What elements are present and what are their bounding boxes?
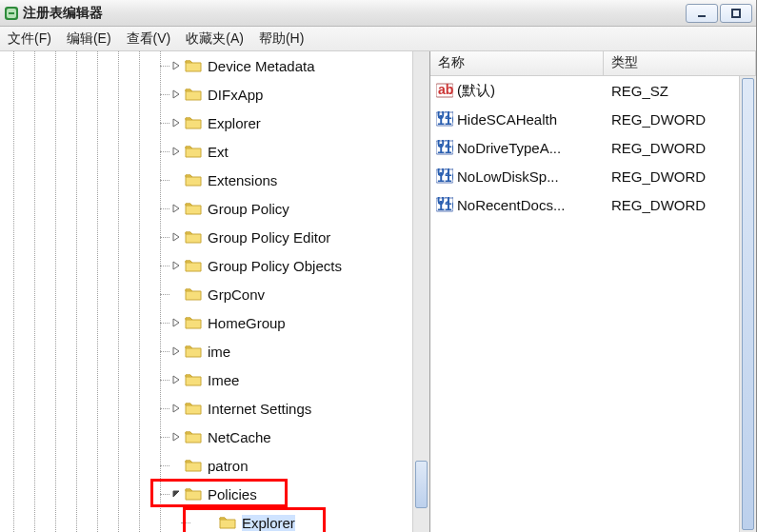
- folder-icon: [185, 229, 202, 245]
- tree-item[interactable]: NetCache: [0, 423, 412, 451]
- list-row[interactable]: 011110NoRecentDocs...REG_DWORD: [430, 190, 756, 219]
- value-name: NoLowDiskSp...: [457, 168, 559, 185]
- tree-item[interactable]: Group Policy Objects: [0, 251, 412, 280]
- tree-item[interactable]: Group Policy: [0, 194, 412, 223]
- folder-icon: [185, 87, 202, 102]
- expander-closed-icon[interactable]: [169, 202, 183, 215]
- list-rows: ab(默认)REG_SZ011110HideSCAHealthREG_DWORD…: [430, 76, 756, 219]
- menu-file[interactable]: 文件(F): [8, 30, 51, 48]
- regedit-icon: [4, 6, 19, 21]
- expander-none: [169, 287, 183, 301]
- value-type: REG_SZ: [604, 83, 756, 99]
- title-bar: 注册表编辑器: [0, 0, 756, 27]
- tree-item[interactable]: Ext: [0, 137, 412, 166]
- tree-pane: Device MetadataDIFxAppExplorerExtExtensi…: [0, 51, 430, 532]
- expander-closed-icon[interactable]: [169, 116, 183, 129]
- folder-icon: [185, 458, 202, 473]
- column-header-name[interactable]: 名称: [430, 51, 604, 75]
- expander-closed-icon[interactable]: [169, 373, 183, 386]
- tree-item-label: Ext: [208, 144, 229, 160]
- svg-text:110: 110: [437, 141, 453, 155]
- tree-item-label: Explorer: [208, 115, 261, 131]
- svg-text:110: 110: [437, 198, 453, 212]
- tree-item-label: Policies: [208, 486, 257, 502]
- folder-icon: [185, 172, 202, 187]
- window-title: 注册表编辑器: [23, 5, 103, 22]
- expander-none: [169, 459, 183, 472]
- reg-dword-icon: 011110: [436, 168, 453, 184]
- expander-closed-icon[interactable]: [169, 402, 183, 415]
- folder-icon: [219, 515, 236, 530]
- tree-item[interactable]: GrpConv: [0, 280, 412, 308]
- menu-edit[interactable]: 编辑(E): [67, 30, 111, 48]
- tree-scrollbar[interactable]: [412, 51, 429, 532]
- menu-view[interactable]: 查看(V): [127, 30, 171, 48]
- svg-rect-4: [732, 10, 740, 17]
- list-row[interactable]: 011110NoDriveTypeA...REG_DWORD: [430, 133, 756, 162]
- list-row[interactable]: 011110HideSCAHealthREG_DWORD: [430, 105, 756, 133]
- expander-closed-icon[interactable]: [169, 88, 183, 101]
- scrollbar-thumb[interactable]: [415, 461, 428, 508]
- svg-text:110: 110: [437, 169, 453, 184]
- expander-closed-icon[interactable]: [169, 59, 183, 72]
- tree-item-label: Extensions: [208, 172, 277, 188]
- expander-closed-icon[interactable]: [169, 345, 183, 358]
- tree-item[interactable]: Internet Settings: [0, 394, 412, 423]
- tree-item[interactable]: Policies: [0, 480, 412, 508]
- tree-item[interactable]: DIFxApp: [0, 80, 412, 108]
- scrollbar-thumb[interactable]: [742, 78, 754, 530]
- tree-item-label: Explorer: [242, 515, 295, 531]
- folder-icon: [185, 144, 202, 159]
- tree-item[interactable]: ime: [0, 337, 412, 365]
- list-header: 名称 类型: [430, 51, 756, 76]
- tree-item-label: GrpConv: [208, 286, 265, 303]
- expander-closed-icon[interactable]: [169, 259, 183, 272]
- tree-item[interactable]: Imee: [0, 365, 412, 394]
- tree-item[interactable]: patron: [0, 451, 412, 480]
- tree-item-label: HomeGroup: [208, 315, 286, 331]
- folder-icon: [185, 115, 202, 130]
- tree-item[interactable]: Extensions: [0, 166, 412, 194]
- expander-closed-icon[interactable]: [169, 145, 183, 158]
- expander-none: [169, 173, 183, 187]
- expander-closed-icon[interactable]: [169, 230, 183, 244]
- reg-sz-icon: ab: [436, 83, 453, 98]
- tree-item[interactable]: Device Metadata: [0, 51, 412, 80]
- list-row[interactable]: ab(默认)REG_SZ: [430, 76, 756, 105]
- tree-item-label: Group Policy Objects: [208, 258, 342, 274]
- folder-icon: [185, 401, 202, 416]
- tree-item[interactable]: Explorer: [0, 508, 412, 532]
- expander-none: [204, 516, 217, 529]
- folder-icon: [185, 201, 202, 216]
- maximize-button[interactable]: [720, 4, 752, 23]
- minimize-button[interactable]: [686, 4, 718, 23]
- expander-open-icon[interactable]: [169, 487, 183, 501]
- value-type: REG_DWORD: [604, 140, 756, 156]
- folder-icon: [185, 344, 202, 359]
- tree-item[interactable]: HomeGroup: [0, 308, 412, 337]
- tree-item-label: Imee: [208, 372, 239, 388]
- menu-bar: 文件(F) 编辑(E) 查看(V) 收藏夹(A) 帮助(H): [0, 27, 756, 51]
- reg-dword-icon: 011110: [436, 111, 453, 127]
- list-scrollbar[interactable]: [739, 76, 756, 532]
- column-header-type[interactable]: 类型: [604, 51, 756, 75]
- main-area: Device MetadataDIFxAppExplorerExtExtensi…: [0, 51, 756, 532]
- tree-item-label: Group Policy Editor: [208, 229, 330, 246]
- tree-item[interactable]: Explorer: [0, 108, 412, 137]
- menu-favorites[interactable]: 收藏夹(A): [186, 30, 244, 48]
- tree-item[interactable]: Group Policy Editor: [0, 223, 412, 251]
- expander-closed-icon[interactable]: [169, 430, 183, 443]
- svg-rect-2: [9, 12, 14, 14]
- value-type: REG_DWORD: [604, 168, 756, 185]
- folder-icon: [185, 486, 202, 502]
- value-name: NoDriveTypeA...: [457, 140, 561, 156]
- list-row[interactable]: 011110NoLowDiskSp...REG_DWORD: [430, 162, 756, 190]
- menu-help[interactable]: 帮助(H): [259, 30, 304, 48]
- value-name: HideSCAHealth: [457, 111, 557, 128]
- tree-item-label: DIFxApp: [208, 87, 263, 103]
- expander-closed-icon[interactable]: [169, 316, 183, 329]
- svg-text:110: 110: [437, 112, 453, 127]
- value-name: NoRecentDocs...: [457, 197, 565, 213]
- svg-text:ab: ab: [438, 83, 453, 97]
- folder-icon: [185, 286, 202, 302]
